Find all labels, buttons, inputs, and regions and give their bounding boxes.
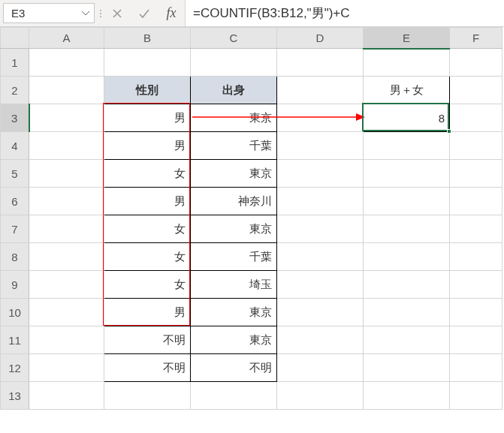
cancel-icon[interactable] [104, 0, 131, 26]
cell[interactable] [277, 382, 364, 410]
cell[interactable] [450, 382, 502, 410]
cell[interactable] [364, 188, 450, 215]
row-header[interactable]: 7 [1, 215, 29, 243]
cell[interactable] [29, 160, 104, 188]
cell[interactable] [450, 49, 502, 77]
cell[interactable] [29, 188, 104, 215]
col-header-A[interactable]: A [29, 28, 104, 49]
cell[interactable] [277, 271, 364, 299]
cell[interactable] [364, 271, 450, 299]
cell-c[interactable]: 東京 [191, 299, 277, 326]
dropdown-icon[interactable] [82, 10, 89, 17]
cell[interactable] [277, 215, 364, 243]
cell[interactable] [29, 354, 104, 382]
cell[interactable] [277, 49, 364, 77]
cell[interactable] [450, 326, 502, 354]
enter-icon[interactable] [131, 0, 158, 26]
row-header[interactable]: 13 [1, 382, 29, 410]
cell-b[interactable]: 不明 [104, 354, 191, 382]
cell[interactable] [450, 271, 502, 299]
cell[interactable] [191, 382, 277, 410]
cell-b[interactable]: 男 [104, 188, 191, 215]
cell[interactable] [450, 243, 502, 271]
row-header[interactable]: 10 [1, 299, 29, 326]
cell[interactable] [450, 354, 502, 382]
cell-c[interactable]: 東京 [191, 326, 277, 354]
cell[interactable] [29, 49, 104, 77]
cell-b[interactable]: 女 [104, 271, 191, 299]
row-header[interactable]: 2 [1, 77, 29, 104]
cell[interactable] [277, 243, 364, 271]
row-header[interactable]: 8 [1, 243, 29, 271]
select-all-corner[interactable] [1, 28, 29, 49]
cell[interactable] [29, 271, 104, 299]
col-header-D[interactable]: D [277, 28, 364, 49]
cell[interactable] [364, 160, 450, 188]
cell[interactable] [364, 49, 450, 77]
col-header-F[interactable]: F [450, 28, 502, 49]
row-header[interactable]: 5 [1, 160, 29, 188]
cell-b[interactable]: 女 [104, 215, 191, 243]
name-box[interactable]: E3 [3, 3, 95, 23]
col-header-E[interactable]: E [364, 28, 450, 49]
row-header[interactable]: 6 [1, 188, 29, 215]
cell-c[interactable]: 千葉 [191, 132, 277, 160]
cell-c[interactable]: 神奈川 [191, 188, 277, 215]
formula-input[interactable]: =COUNTIF(B3:B12,"男")+C [185, 0, 504, 26]
cell[interactable] [450, 299, 502, 326]
cell[interactable] [450, 160, 502, 188]
row-header[interactable]: 3 [1, 104, 29, 132]
cell-c[interactable]: 東京 [191, 160, 277, 188]
header-c2[interactable]: 出身 [191, 77, 277, 104]
cell[interactable] [277, 188, 364, 215]
cell[interactable] [450, 77, 502, 104]
cell-c[interactable]: 東京 [191, 104, 277, 132]
cell[interactable] [29, 104, 104, 132]
header-b2[interactable]: 性別 [104, 77, 191, 104]
cell[interactable] [29, 243, 104, 271]
cell[interactable] [29, 299, 104, 326]
cell[interactable] [191, 49, 277, 77]
cell[interactable] [277, 77, 364, 104]
cell[interactable] [29, 77, 104, 104]
cell[interactable] [364, 354, 450, 382]
row-header[interactable]: 1 [1, 49, 29, 77]
fill-handle[interactable] [447, 129, 451, 134]
cell[interactable] [277, 354, 364, 382]
cell-b[interactable]: 女 [104, 243, 191, 271]
cell[interactable] [364, 326, 450, 354]
cell[interactable] [450, 104, 502, 132]
header-e2[interactable]: 男＋女 [364, 77, 450, 104]
cell[interactable] [277, 299, 364, 326]
row-header[interactable]: 9 [1, 271, 29, 299]
cell[interactable] [277, 326, 364, 354]
cell-c[interactable]: 千葉 [191, 243, 277, 271]
cell[interactable] [104, 382, 191, 410]
fx-icon[interactable]: fx [158, 0, 185, 26]
cell[interactable] [277, 160, 364, 188]
cell[interactable] [104, 49, 191, 77]
cell[interactable] [364, 382, 450, 410]
cell[interactable] [364, 132, 450, 160]
cell-c[interactable]: 東京 [191, 215, 277, 243]
spreadsheet-grid[interactable]: A B C D E F 1 2 性別 出身 男＋女 3 男 東京 8 [0, 27, 504, 410]
cell[interactable] [29, 132, 104, 160]
col-header-C[interactable]: C [191, 28, 277, 49]
row-header[interactable]: 12 [1, 354, 29, 382]
cell[interactable] [29, 382, 104, 410]
cell-b[interactable]: 男 [104, 104, 191, 132]
cell[interactable] [364, 299, 450, 326]
cell-b[interactable]: 男 [104, 132, 191, 160]
cell[interactable] [450, 215, 502, 243]
cell[interactable] [29, 215, 104, 243]
row-header[interactable]: 4 [1, 132, 29, 160]
cell[interactable] [277, 132, 364, 160]
cell[interactable] [364, 243, 450, 271]
cell[interactable] [450, 188, 502, 215]
cell[interactable] [450, 132, 502, 160]
cell[interactable] [364, 215, 450, 243]
cell-b[interactable]: 不明 [104, 326, 191, 354]
cell-c[interactable]: 不明 [191, 354, 277, 382]
cell-b[interactable]: 男 [104, 299, 191, 326]
cell-e3[interactable]: 8 [364, 104, 450, 132]
